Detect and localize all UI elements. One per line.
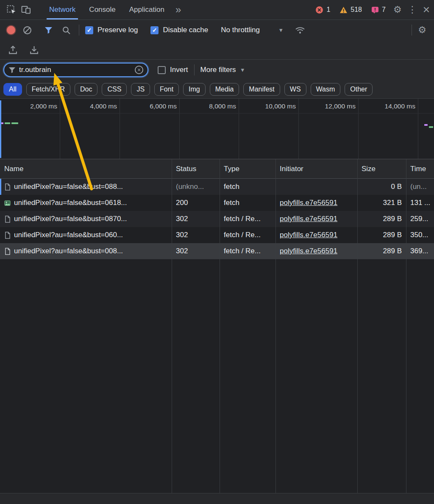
chevron-down-icon: ▾	[279, 26, 283, 34]
overview-request-mark	[11, 122, 18, 124]
column-header-name[interactable]: Name	[0, 165, 172, 173]
table-row[interactable]: unifiedPixel?au=false&bust=060... 302 fe…	[0, 227, 434, 243]
image-icon	[4, 200, 11, 206]
filter-text-input[interactable]	[19, 66, 131, 74]
initiator-link[interactable]: polyfills.e7e56591	[280, 215, 337, 223]
column-separator[interactable]	[220, 159, 220, 493]
document-icon	[4, 248, 11, 255]
column-header-type[interactable]: Type	[220, 165, 275, 173]
tab-network[interactable]: Network	[42, 0, 82, 19]
network-overview-timeline[interactable]: 2,000 ms 4,000 ms 6,000 ms 8,000 ms 10,0…	[0, 99, 434, 159]
initiator-link[interactable]: polyfills.e7e56591	[280, 199, 337, 207]
table-row[interactable]: unifiedPixel?au=false&bust=0870... 302 f…	[0, 211, 434, 227]
status-cell: (unkno...	[172, 183, 220, 191]
column-separator[interactable]	[275, 159, 276, 493]
overview-request-mark	[429, 126, 433, 128]
filter-chip-fetch-xhr[interactable]: Fetch/XHR	[26, 83, 70, 96]
filter-chip-media[interactable]: Media	[210, 83, 239, 96]
issues-icon	[371, 6, 379, 14]
column-header-initiator[interactable]: Initiator	[275, 165, 357, 173]
column-separator[interactable]	[357, 159, 358, 493]
tab-application[interactable]: Application	[122, 0, 171, 19]
devtools-tabbar: Network Console Application » 1 518	[0, 0, 434, 20]
filter-toggle-button[interactable]	[42, 23, 55, 37]
settings-gear-icon[interactable]: ⚙	[393, 5, 402, 14]
request-name: unifiedPixel?au=false&bust=0618...	[14, 199, 127, 207]
chevron-down-icon: ▾	[241, 66, 245, 74]
network-conditions-button[interactable]	[293, 23, 307, 37]
filter-input-container[interactable]: ×	[3, 63, 148, 77]
network-toolbar: ✓ Preserve log ✓ Disable cache No thrott…	[0, 20, 434, 40]
filter-chip-other[interactable]: Other	[345, 83, 373, 96]
toolbar-divider	[412, 25, 412, 36]
filter-chip-wasm[interactable]: Wasm	[311, 83, 341, 96]
status-cell: 200	[172, 199, 220, 207]
column-separator[interactable]	[172, 159, 172, 493]
search-button[interactable]	[59, 23, 73, 37]
overview-selection-edge[interactable]	[0, 100, 1, 158]
filter-chip-img[interactable]: Img	[183, 83, 206, 96]
timeline-gridline	[298, 99, 299, 159]
filter-chip-doc[interactable]: Doc	[75, 83, 97, 96]
column-header-status[interactable]: Status	[172, 165, 220, 173]
table-row[interactable]: unifiedPixel?au=false&bust=008... 302 fe…	[0, 243, 434, 259]
time-cell: 369...	[406, 247, 434, 255]
filter-row: × Invert More filters ▾	[0, 60, 434, 80]
status-badges: 1 518 7	[315, 6, 386, 14]
error-badge[interactable]: 1	[315, 6, 330, 14]
request-name: unifiedPixel?au=false&bust=0870...	[14, 215, 127, 223]
initiator-link[interactable]: polyfills.e7e56591	[280, 247, 337, 255]
inspect-element-icon[interactable]	[4, 3, 19, 17]
size-cell: 289 B	[357, 247, 406, 255]
table-row[interactable]: unifiedPixel?au=false&bust=088... (unkno…	[0, 179, 434, 195]
filter-chip-css[interactable]: CSS	[102, 83, 127, 96]
devtools-window: Network Console Application » 1 518	[0, 0, 434, 504]
more-tabs-chevron-icon[interactable]: »	[171, 0, 185, 19]
device-toolbar-icon[interactable]	[19, 3, 33, 17]
status-cell: 302	[172, 247, 220, 255]
preserve-log-checkbox[interactable]: ✓	[85, 26, 93, 34]
overview-request-mark	[424, 124, 428, 126]
tab-console[interactable]: Console	[82, 0, 122, 19]
invert-filter-toggle[interactable]: Invert	[158, 66, 188, 74]
initiator-link[interactable]: polyfills.e7e56591	[280, 231, 337, 239]
close-devtools-icon[interactable]: ×	[423, 4, 430, 16]
filter-chip-ws[interactable]: WS	[284, 83, 306, 96]
clear-filter-icon[interactable]: ×	[135, 66, 143, 74]
filter-chip-all[interactable]: All	[3, 83, 22, 96]
filter-chip-manifest[interactable]: Manifest	[243, 83, 280, 96]
more-filters-dropdown[interactable]: More filters ▾	[200, 66, 245, 74]
size-cell: 289 B	[357, 231, 406, 239]
column-header-time[interactable]: Time	[406, 165, 434, 173]
filter-chip-font[interactable]: Font	[154, 83, 179, 96]
request-name: unifiedPixel?au=false&bust=008...	[14, 247, 123, 255]
disable-cache-checkbox[interactable]: ✓	[150, 26, 159, 34]
throttling-value: No throttling	[221, 26, 260, 34]
column-header-size[interactable]: Size	[357, 165, 406, 173]
invert-checkbox[interactable]	[158, 66, 166, 74]
throttling-dropdown[interactable]: No throttling ▾	[221, 26, 282, 34]
disable-cache-toggle[interactable]: ✓ Disable cache	[150, 26, 208, 34]
name-cell: unifiedPixel?au=false&bust=0618...	[0, 199, 172, 207]
table-row[interactable]: unifiedPixel?au=false&bust=0618... 200 f…	[0, 195, 434, 211]
import-har-button[interactable]	[6, 43, 19, 57]
column-separator[interactable]	[406, 159, 406, 493]
issues-count: 7	[382, 6, 386, 14]
export-har-button[interactable]	[27, 43, 41, 57]
inspect-icon	[7, 5, 16, 14]
preserve-log-toggle[interactable]: ✓ Preserve log	[85, 26, 138, 34]
status-cell: 302	[172, 231, 220, 239]
document-icon	[4, 232, 11, 239]
initiator-cell: polyfills.e7e56591	[275, 199, 357, 207]
record-network-log-button[interactable]	[7, 26, 15, 34]
warning-badge[interactable]: 518	[339, 6, 362, 14]
network-settings-gear-icon[interactable]: ⚙	[418, 25, 426, 35]
initiator-cell: polyfills.e7e56591	[275, 215, 357, 223]
menu-dots-icon[interactable]: ⋮	[408, 5, 417, 14]
document-icon	[4, 216, 11, 223]
issues-badge[interactable]: 7	[371, 6, 386, 14]
timeline-gridline	[358, 99, 359, 159]
filter-chip-js[interactable]: JS	[131, 83, 150, 96]
clear-network-log-button[interactable]	[20, 23, 34, 37]
initiator-cell: polyfills.e7e56591	[275, 247, 357, 255]
